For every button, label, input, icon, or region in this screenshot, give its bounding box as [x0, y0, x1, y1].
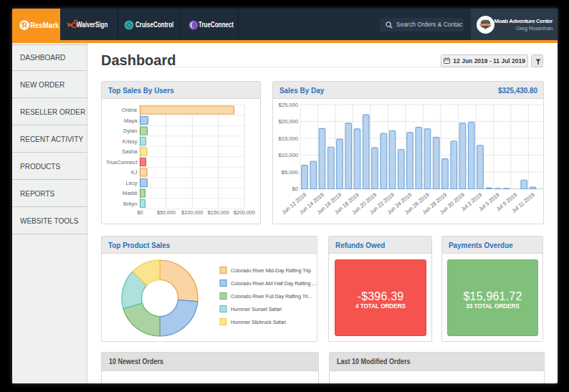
- svg-text:Colorado River AM Half Day Raf: Colorado River AM Half Day Rafting ...: [231, 280, 316, 287]
- svg-text:$0: $0: [138, 209, 143, 216]
- svg-text:Dylan: Dylan: [123, 128, 137, 134]
- svg-text:$50,000: $50,000: [157, 209, 176, 216]
- svg-text:Hummer Slickrock Safari: Hummer Slickrock Safari: [231, 319, 286, 325]
- svg-text:$0: $0: [292, 186, 297, 192]
- svg-text:$20,000: $20,000: [278, 118, 297, 125]
- svg-text:ADVENTURE: ADVENTURE: [479, 24, 493, 27]
- svg-text:Maya: Maya: [124, 118, 138, 124]
- svg-text:Brityn: Brityn: [123, 201, 137, 207]
- svg-text:$10,000: $10,000: [278, 152, 297, 158]
- svg-text:Online: Online: [122, 107, 138, 113]
- svg-text:TrueConnect: TrueConnect: [106, 159, 138, 166]
- svg-text:$25,000: $25,000: [278, 102, 297, 108]
- svg-text:$5,000: $5,000: [282, 169, 298, 176]
- svg-text:Krissy: Krissy: [123, 138, 138, 145]
- svg-text:Colorado River Mid-Day Rafting: Colorado River Mid-Day Rafting Trip: [231, 267, 311, 274]
- svg-text:Colorado River Full Day Raftin: Colorado River Full Day Rafting Tri...: [231, 293, 312, 300]
- svg-text:$150,000: $150,000: [208, 209, 229, 216]
- svg-text:KJ: KJ: [131, 169, 138, 176]
- svg-text:Hummer Sunset Safari: Hummer Sunset Safari: [231, 306, 282, 312]
- svg-text:Lecy: Lecy: [125, 180, 137, 186]
- svg-text:Maddi: Maddi: [123, 190, 138, 196]
- svg-text:Sasha: Sasha: [122, 148, 138, 155]
- svg-text:$200,000: $200,000: [234, 209, 255, 216]
- svg-text:$15,000: $15,000: [278, 135, 297, 142]
- svg-text:$100,000: $100,000: [181, 209, 203, 216]
